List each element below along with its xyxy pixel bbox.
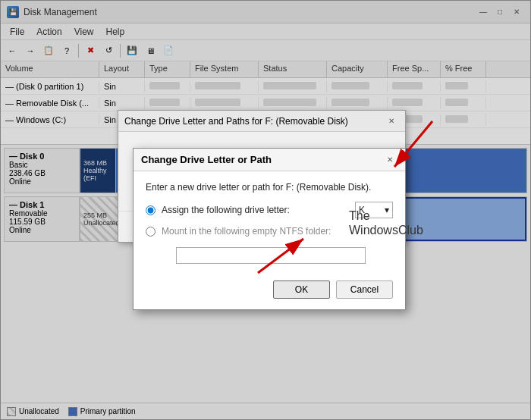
mount-radio-input[interactable] xyxy=(146,227,156,237)
outer-dialog-title-bar: Change Drive Letter and Paths for F: (Re… xyxy=(118,111,405,132)
inner-dialog-cancel-button[interactable]: Cancel xyxy=(336,281,393,299)
dropdown-arrow-icon: ▾ xyxy=(385,205,389,215)
outer-dialog-title-text: Change Drive Letter and Paths for F: (Re… xyxy=(124,116,348,127)
drive-letter-dropdown[interactable]: K ▾ xyxy=(355,202,393,218)
inner-dialog-ok-button[interactable]: OK xyxy=(273,281,330,299)
drive-letter-value: K xyxy=(359,205,365,215)
inner-dialog: Change Drive Letter or Path ✕ Enter a ne… xyxy=(133,148,406,310)
svg-line-3 xyxy=(394,121,432,167)
inner-dialog-title-bar: Change Drive Letter or Path ✕ xyxy=(134,149,405,171)
inner-dialog-buttons: OK Cancel xyxy=(134,274,405,309)
assign-radio-label: Assign the following drive letter: xyxy=(162,205,290,215)
assign-radio-row: Assign the following drive letter: K ▾ xyxy=(146,202,393,218)
arrow-to-ok xyxy=(250,231,311,277)
arrow-from-top-right xyxy=(379,118,440,178)
assign-radio-input[interactable] xyxy=(146,205,156,215)
inner-dialog-title-text: Change Drive Letter or Path xyxy=(141,154,272,165)
inner-dialog-description: Enter a new drive letter or path for F: … xyxy=(146,182,393,193)
svg-line-1 xyxy=(258,239,303,273)
